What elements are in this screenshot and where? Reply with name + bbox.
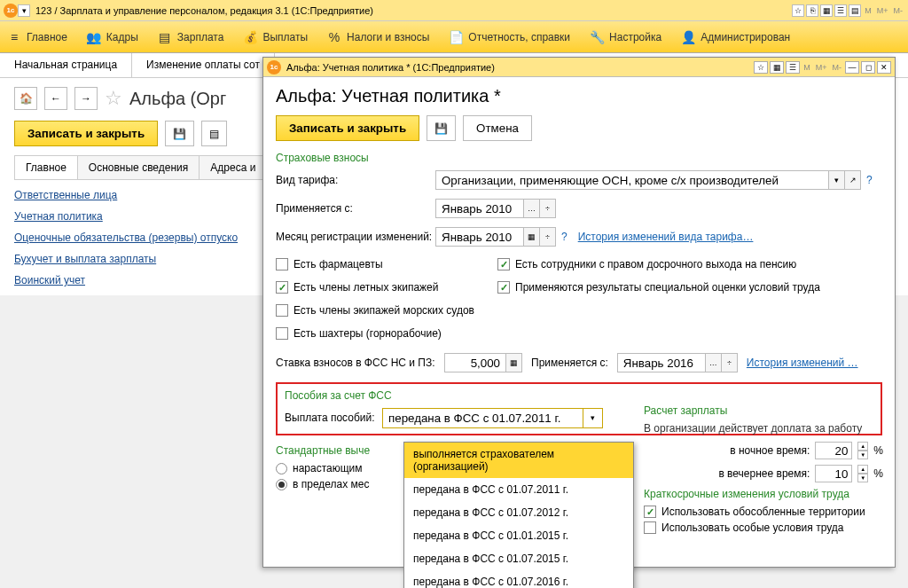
chk-early-retire[interactable] bbox=[497, 258, 510, 270]
home-icon[interactable]: 🏠 bbox=[14, 87, 37, 110]
minimize-icon[interactable]: — bbox=[845, 61, 859, 74]
dlg-mem-m[interactable]: M bbox=[802, 63, 812, 72]
menu-taxes[interactable]: %Налоги и взносы bbox=[327, 30, 429, 44]
mem-m[interactable]: M bbox=[863, 6, 873, 15]
dialog-header: Альфа: Учетная политика * bbox=[276, 86, 882, 106]
chk-territories[interactable] bbox=[644, 506, 656, 518]
dropdown-icon[interactable]: ▾ bbox=[18, 4, 30, 17]
menu-admin[interactable]: 👤Администрирован bbox=[681, 30, 790, 44]
dlg-icon-2[interactable]: ▦ bbox=[770, 61, 784, 74]
tb-icon-5[interactable]: ▤ bbox=[849, 4, 861, 17]
fss-calc-icon[interactable]: ▦ bbox=[506, 353, 522, 372]
menu-salary[interactable]: ▤Зарплата bbox=[158, 30, 224, 44]
tariff-help[interactable]: ? bbox=[866, 174, 873, 186]
salary-note: В организации действует доплата за работ… bbox=[644, 422, 892, 435]
fss-applies-input[interactable] bbox=[617, 353, 706, 372]
reg-month-input[interactable] bbox=[435, 227, 524, 247]
evening-down-icon[interactable]: ▼ bbox=[857, 474, 868, 482]
menu-settings[interactable]: 🔧Настройка bbox=[590, 30, 661, 44]
fss-applies-label: Применяется с: bbox=[522, 357, 617, 369]
radio-month[interactable] bbox=[276, 479, 287, 490]
dropdown-option[interactable]: передана в ФСС с 01.07.2011 г. bbox=[404, 478, 633, 501]
tb-icon-4[interactable]: ☰ bbox=[834, 4, 847, 17]
forward-button[interactable]: → bbox=[74, 87, 98, 110]
dlg-app-icon: 1c bbox=[267, 60, 281, 74]
dlg-save-close-button[interactable]: Записать и закрыть bbox=[276, 115, 419, 141]
menu-payments-label: Выплаты bbox=[262, 31, 308, 43]
subtab-main[interactable]: Главное bbox=[14, 155, 78, 179]
menu-personnel[interactable]: 👥Кадры bbox=[87, 30, 138, 44]
cancel-button[interactable]: Отмена bbox=[463, 115, 532, 141]
reg-calendar-icon[interactable]: ▦ bbox=[524, 227, 540, 247]
dropdown-option[interactable]: передана в ФСС с 01.07.2015 г. bbox=[404, 547, 633, 570]
mem-mplus[interactable]: M+ bbox=[875, 6, 890, 15]
menu-reports[interactable]: 📄Отчетность, справки bbox=[449, 30, 570, 44]
radio-month-label: в пределах мес bbox=[293, 478, 370, 490]
benefits-dropdown-list: выполняется страхователем (организацией)… bbox=[403, 442, 634, 588]
chk-conditions[interactable] bbox=[644, 521, 656, 534]
save-icon-button[interactable]: 💾 bbox=[165, 121, 194, 146]
night-down-icon[interactable]: ▼ bbox=[857, 451, 868, 459]
benefits-dropdown[interactable]: ▾ bbox=[382, 408, 603, 428]
save-close-button[interactable]: Записать и закрыть bbox=[14, 121, 158, 146]
app-icon: 1c bbox=[4, 4, 18, 18]
tb-icon-3[interactable]: ▦ bbox=[820, 4, 833, 17]
menu-main[interactable]: ≡Главное bbox=[7, 30, 67, 44]
dlg-icon-3[interactable]: ☰ bbox=[786, 61, 800, 74]
night-up-icon[interactable]: ▲ bbox=[857, 442, 868, 451]
tb-icon-2[interactable]: ⎘ bbox=[806, 4, 818, 17]
fss-history-link[interactable]: История изменений … bbox=[747, 357, 858, 369]
close-icon[interactable]: ✕ bbox=[877, 61, 891, 74]
dlg-icon-1[interactable]: ☆ bbox=[754, 61, 768, 74]
dlg-mem-mp[interactable]: M+ bbox=[814, 63, 829, 72]
chk-flight-crew[interactable] bbox=[276, 281, 288, 294]
tab-home[interactable]: Начальная страница bbox=[0, 53, 132, 77]
benefits-input[interactable] bbox=[383, 409, 583, 427]
page-title: Альфа (Орг bbox=[129, 89, 226, 109]
maximize-icon[interactable]: ◻ bbox=[861, 61, 875, 74]
star-icon[interactable]: ☆ bbox=[105, 87, 122, 110]
fss-rate-label: Ставка взносов в ФСС НС и ПЗ: bbox=[276, 357, 444, 369]
mem-mminus[interactable]: M- bbox=[892, 6, 905, 15]
dropdown-option[interactable]: выполняется страхователем (организацией) bbox=[404, 443, 633, 478]
fss-ellipsis-icon[interactable]: … bbox=[706, 353, 722, 372]
reg-help[interactable]: ? bbox=[561, 231, 568, 243]
tariff-input[interactable] bbox=[435, 170, 829, 190]
fss-spinner-icon[interactable]: ÷ bbox=[722, 353, 738, 372]
dlg-mem-mm[interactable]: M- bbox=[831, 63, 844, 72]
chk-miners[interactable] bbox=[276, 327, 288, 340]
percent-icon: % bbox=[327, 30, 341, 44]
tariff-open-icon[interactable]: ↗ bbox=[845, 170, 861, 190]
tariff-dropdown-icon[interactable]: ▾ bbox=[829, 170, 845, 190]
dropdown-option[interactable]: передана в ФСС с 01.07.2016 г. bbox=[404, 570, 633, 588]
applies-ellipsis-icon[interactable]: … bbox=[524, 199, 540, 218]
chk-special-assess[interactable] bbox=[497, 281, 510, 294]
chk-pharma-label: Есть фармацевты bbox=[294, 258, 383, 270]
tab-change-payment[interactable]: Изменение оплаты сот bbox=[132, 53, 275, 77]
reg-spinner-icon[interactable]: ÷ bbox=[540, 227, 556, 247]
evening-input[interactable] bbox=[815, 465, 852, 482]
dropdown-option[interactable]: передана в ФСС с 01.07.2012 г. bbox=[404, 501, 633, 524]
chk-sea-crew[interactable] bbox=[276, 304, 288, 317]
subtab-basic-info[interactable]: Основные сведения bbox=[77, 155, 200, 179]
chk-pharma[interactable] bbox=[276, 258, 288, 270]
dropdown-option[interactable]: передана в ФСС с 01.01.2015 г. bbox=[404, 524, 633, 547]
radio-accum[interactable] bbox=[276, 463, 287, 474]
back-button[interactable]: ← bbox=[44, 87, 67, 110]
tariff-label: Вид тарифа: bbox=[276, 174, 435, 186]
fss-rate-input[interactable] bbox=[444, 353, 506, 372]
dlg-save-icon[interactable]: 💾 bbox=[427, 115, 456, 141]
app-titlebar: 1c ▾ 123 / Зарплата и управление персона… bbox=[0, 0, 908, 21]
night-input[interactable] bbox=[815, 442, 852, 459]
menu-payments[interactable]: 💰Выплаты bbox=[243, 30, 308, 44]
list-icon-button[interactable]: ▤ bbox=[201, 121, 227, 146]
applies-spinner-icon[interactable]: ÷ bbox=[540, 199, 556, 218]
evening-up-icon[interactable]: ▲ bbox=[857, 465, 868, 474]
app-title: 123 / Зарплата и управление персоналом, … bbox=[30, 5, 373, 16]
subtab-addresses[interactable]: Адреса и bbox=[199, 155, 267, 179]
chevron-down-icon[interactable]: ▾ bbox=[583, 409, 602, 427]
tb-icon-1[interactable]: ☆ bbox=[792, 4, 804, 17]
history-tariff-link[interactable]: История изменений вида тарифа… bbox=[578, 231, 754, 243]
applies-from-input[interactable] bbox=[435, 199, 524, 218]
menu-icon: ≡ bbox=[7, 30, 21, 44]
